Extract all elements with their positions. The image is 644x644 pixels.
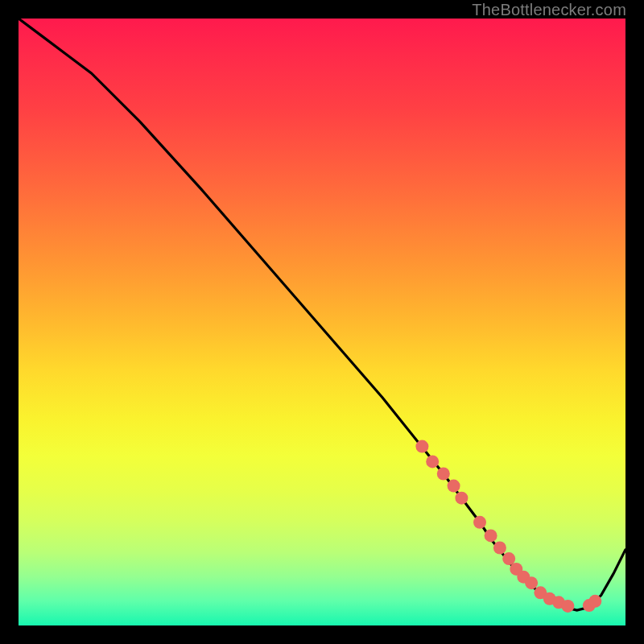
marker-point: [552, 596, 565, 609]
marker-point: [510, 563, 522, 576]
watermark-text: TheBottlenecker.com: [472, 1, 626, 19]
curve-markers: [415, 440, 601, 613]
marker-point: [455, 492, 468, 505]
marker-point: [473, 516, 486, 529]
marker-point: [493, 542, 506, 555]
marker-point: [543, 592, 556, 605]
marker-point: [485, 529, 497, 542]
marker-point: [525, 576, 538, 589]
marker-point: [415, 440, 428, 453]
marker-point: [588, 595, 601, 608]
marker-point: [426, 455, 439, 468]
curve-line: [19, 19, 625, 610]
chart-plot-area: [19, 19, 625, 625]
marker-point: [534, 586, 547, 599]
marker-point: [517, 571, 530, 584]
marker-point: [448, 480, 460, 493]
marker-point: [437, 468, 450, 481]
chart-frame: TheBottlenecker.com: [0, 0, 644, 644]
chart-svg: [19, 19, 625, 625]
marker-point: [561, 600, 574, 613]
marker-point: [502, 552, 515, 565]
marker-point: [583, 599, 596, 612]
